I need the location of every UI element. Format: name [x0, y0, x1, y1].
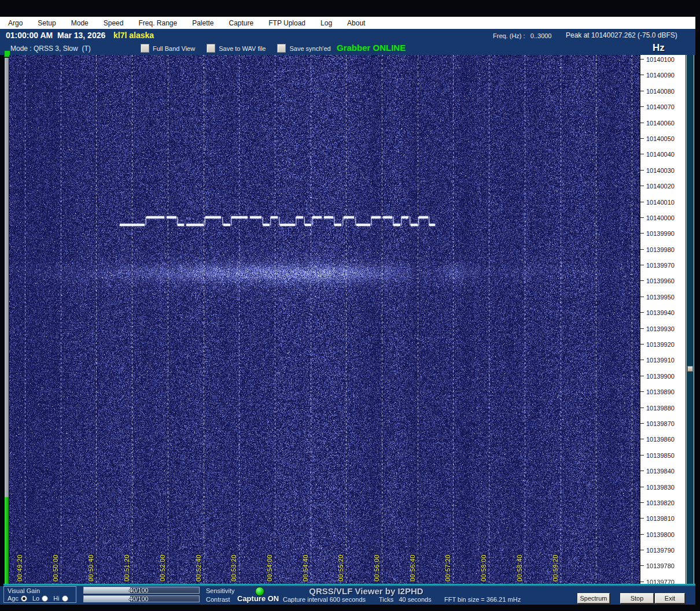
time-tick-label: 00:56:00 [373, 554, 380, 582]
freq-label: 10139910 [646, 357, 675, 364]
menu-item-log[interactable]: Log [320, 19, 332, 27]
freq-scale-row: 10140010 [640, 199, 686, 206]
radio-circle-hi[interactable] [62, 595, 68, 602]
radio-label: Lo [32, 595, 39, 602]
menu-item-mode[interactable]: Mode [71, 19, 89, 27]
freq-label: 10140050 [646, 135, 675, 142]
freq-label: 10140020 [646, 183, 675, 190]
freq-tick-mark [640, 518, 644, 519]
freq-tick-mark [640, 502, 644, 503]
time-tick-label: 00:54:40 [302, 554, 309, 582]
freq-label: 10139790 [646, 547, 675, 554]
time-gridline [382, 55, 382, 584]
freq-scale-row: 10139800 [640, 531, 686, 538]
freq-tick-mark [640, 423, 644, 424]
freq-label: 10139780 [646, 562, 675, 569]
checkbox-box-save-synch-ed[interactable] [277, 44, 286, 53]
time-gridline [25, 55, 25, 584]
callsign-label: kl7l alaska [113, 31, 154, 40]
menu-item-argo[interactable]: Argo [8, 19, 23, 27]
freq-tick-mark [640, 280, 644, 281]
freq-label: 10139890 [646, 388, 675, 395]
freq-label: 10139900 [646, 373, 675, 380]
spectrum-button[interactable]: Spectrum [577, 593, 610, 603]
checkbox-box-full-band-view[interactable] [141, 44, 149, 53]
checkbox-save-to-wav-file[interactable]: Save to WAV file [207, 44, 266, 53]
time-tick-label: 00:56:40 [409, 554, 416, 582]
freq-label: 10139960 [646, 277, 675, 284]
freq-label: 10140100 [646, 56, 675, 63]
freq-label: 10139850 [646, 452, 675, 459]
time-tick-label: 00:52:00 [159, 554, 166, 582]
time-tick-label: 00:58:00 [480, 554, 487, 582]
freq-tick-mark [640, 534, 644, 535]
freq-label: 10139870 [646, 420, 675, 427]
freq-scale-row: 10139840 [640, 468, 686, 475]
stop-button[interactable]: Stop [620, 593, 654, 603]
time-gridline [275, 55, 275, 584]
freq-label: 10140030 [646, 167, 675, 174]
time-gridline [453, 55, 454, 584]
freq-tick-mark [640, 565, 644, 566]
clock-date: 01:00:00 AM Mar 13, 2026 [6, 31, 105, 40]
freq-scale-row: 10139850 [640, 452, 686, 459]
freq-scale-row: 10140070 [640, 103, 686, 110]
freq-label: 10139840 [646, 468, 675, 475]
freq-tick-mark [640, 59, 644, 60]
menu-item-freq-range[interactable]: Freq. Range [138, 19, 177, 27]
frequency-scale: 1014010010140090101400801014007010140060… [640, 55, 686, 584]
radio-lo[interactable]: Lo [32, 595, 48, 602]
freq-label: 10139800 [646, 531, 675, 538]
freq-scale-row: 10139830 [640, 484, 686, 491]
menu-item-setup[interactable]: Setup [38, 19, 56, 27]
freq-scale-row: 10140000 [640, 214, 686, 221]
time-tick-label: 00:49:20 [16, 554, 23, 582]
menu-item-capture[interactable]: Capture [229, 19, 254, 27]
menu-item-palette[interactable]: Palette [192, 19, 213, 27]
menu-item-speed[interactable]: Speed [104, 19, 124, 27]
freq-tick-mark [640, 312, 644, 313]
grabber-status: Grabber ONLINE [337, 43, 406, 53]
freq-tick-mark [640, 487, 644, 487]
contrast-slider[interactable]: 40/100 [83, 595, 200, 602]
radio-circle-lo[interactable] [42, 595, 48, 602]
freq-label: 10139950 [646, 294, 675, 301]
radio-hi[interactable]: Hi [53, 595, 68, 602]
menu-bar: ArgoSetupModeSpeedFreq. RangePaletteCapt… [0, 17, 695, 29]
freq-tick-mark [640, 439, 644, 439]
hz-unit-label: Hz [653, 42, 665, 54]
time-gridline [311, 55, 311, 584]
freq-scale-row: 10139960 [640, 277, 686, 284]
radio-circle-agc[interactable] [21, 595, 27, 602]
waterfall-display[interactable]: 00:49:2000:50:0000:50:4000:51:2000:52:00… [9, 55, 640, 584]
freq-tick-mark [640, 455, 644, 456]
freq-scale-row: 10140030 [640, 167, 686, 174]
checkbox-box-save-to-wav-file[interactable] [207, 44, 215, 53]
checkbox-save-synch-ed[interactable]: Save synch'ed [277, 44, 330, 53]
frequency-scrollbar[interactable] [686, 55, 694, 584]
freq-tick-mark [640, 233, 644, 234]
menu-item-about[interactable]: About [347, 19, 365, 27]
sensitivity-slider[interactable]: 40/100 [83, 587, 200, 594]
freq-label: 10139810 [646, 515, 675, 522]
freq-tick-mark [640, 170, 644, 171]
freq-scale-row: 10139880 [640, 405, 686, 412]
checkbox-label: Save synch'ed [289, 45, 330, 52]
radio-agc[interactable]: Agc [8, 595, 27, 602]
menu-item-ftp-upload[interactable]: FTP Upload [268, 19, 305, 27]
capture-progress-track [5, 58, 9, 497]
freq-scale-row: 10139970 [640, 262, 686, 269]
ticks-info: Ticks 40 seconds [379, 596, 432, 603]
time-gridline [489, 55, 489, 584]
freq-tick-mark [640, 360, 644, 360]
freq-scale-row: 10140080 [640, 88, 686, 95]
freq-label: 10139860 [646, 436, 675, 443]
checkbox-full-band-view[interactable]: Full Band View [141, 44, 195, 53]
time-gridline [525, 55, 525, 584]
frequency-scrollbar-thumb[interactable] [687, 366, 693, 372]
freq-label: 10140070 [646, 103, 675, 110]
freq-label: 10140060 [646, 120, 675, 127]
freq-scale-row: 10140060 [640, 120, 686, 127]
exit-button[interactable]: Exit [655, 593, 685, 603]
time-gridline [596, 55, 596, 584]
